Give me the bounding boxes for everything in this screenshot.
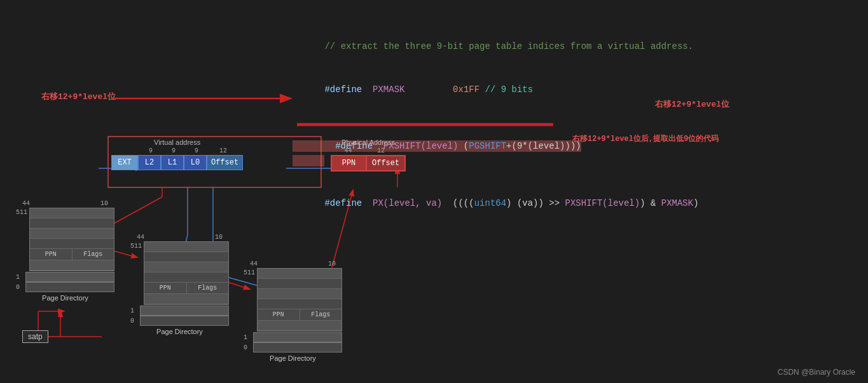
va-title: Virtual address — [111, 138, 243, 146]
annotation-top-left: 右移12+9*level位 — [41, 91, 116, 102]
page-table-2: 44 10 511 PPN Flags 1 0 Pa — [130, 234, 229, 335]
annotation-bottom-right: 右移12+9*level位后,提取出低9位的代码 — [572, 133, 719, 144]
code-line-px: #define PX(level, va) ((((uint64) (va)) … — [293, 182, 855, 224]
watermark: CSDN @Binary Oracle — [778, 368, 855, 377]
code-line-pxmask: #define PXMASK 0x1FF // 9 bits — [293, 68, 855, 111]
pa-cells: PPN Offset — [331, 155, 406, 171]
va-cell-l1: L1 — [161, 155, 184, 170]
main-container: // extract the three 9-bit page table in… — [0, 0, 868, 383]
satp-box: satp — [22, 330, 48, 343]
page-table-1: 44 10 511 PPN Flags 1 0 — [16, 200, 114, 302]
pa-bit-labels: 44 12 — [331, 147, 406, 154]
pa-cell-offset: Offset — [366, 156, 405, 171]
annotation-top-right: 右移12+9*level位 — [655, 98, 729, 110]
pt2-footer: Page Directory — [130, 328, 229, 335]
va-diagram: Virtual address 9 9 9 12 EXT L2 L1 L0 Of… — [111, 138, 243, 170]
va-cell-ext: EXT — [111, 155, 138, 170]
pa-cell-ppn: PPN — [331, 156, 366, 171]
pa-title: Physical Address — [331, 138, 406, 146]
pt1-footer: Page Directory — [16, 294, 114, 302]
va-cell-offset: Offset — [207, 155, 243, 170]
code-line-comment: // extract the three 9-bit page table in… — [293, 25, 855, 68]
pa-diagram: Physical Address 44 12 PPN Offset — [331, 138, 406, 171]
va-cells: EXT L2 L1 L0 Offset — [111, 155, 243, 170]
va-cell-l0: L0 — [184, 155, 207, 170]
pt3-footer: Page Directory — [244, 354, 342, 362]
va-bit-labels: 9 9 9 12 — [139, 147, 243, 154]
va-cell-l2: L2 — [138, 155, 161, 170]
page-table-3: 44 10 511 PPN Flags 1 0 Pa — [244, 260, 342, 362]
code-section: // extract the three 9-bit page table in… — [293, 25, 855, 224]
